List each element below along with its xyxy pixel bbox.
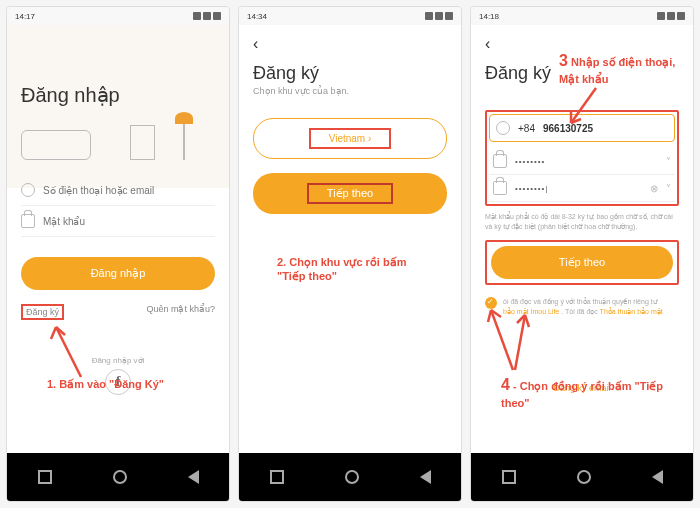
nav-bar bbox=[471, 453, 693, 501]
register-subtitle: Chọn khu vực của bạn. bbox=[253, 86, 447, 96]
lock-icon bbox=[493, 181, 507, 195]
nav-home[interactable] bbox=[345, 470, 359, 484]
agreement-link[interactable]: Thỏa thuận bảo mật bbox=[600, 308, 663, 315]
nav-bar bbox=[239, 453, 461, 501]
register-title: Đăng ký bbox=[485, 57, 551, 86]
privacy-link[interactable]: bảo mật bbox=[503, 308, 529, 315]
agree-checkbox[interactable]: ôi đã đọc và đồng ý với thỏa thuận quyền… bbox=[485, 297, 679, 318]
lock-icon bbox=[21, 214, 35, 228]
nav-back[interactable] bbox=[652, 470, 663, 484]
password-field[interactable]: •••••••• ˅ bbox=[489, 148, 675, 175]
checkbox-icon[interactable] bbox=[485, 297, 497, 309]
lock-icon bbox=[493, 154, 507, 168]
annotation-1: 1. Bấm vào "Đăng Ký" bbox=[47, 377, 164, 391]
register-title: Đăng ký bbox=[253, 57, 447, 86]
phone-field[interactable] bbox=[21, 175, 215, 206]
status-time: 14:17 bbox=[15, 12, 35, 21]
annotation-4: 4 - Chọn đồng ý rồi bấm "Tiếp theo" bbox=[501, 375, 671, 410]
nav-recent[interactable] bbox=[270, 470, 284, 484]
status-bar: 14:34 bbox=[239, 7, 461, 25]
back-icon[interactable]: ‹ bbox=[253, 25, 447, 57]
forgot-link[interactable]: Quên mật khẩu? bbox=[146, 304, 215, 320]
annotation-2: 2. Chọn khu vực rồi bấm "Tiếp theo" bbox=[277, 255, 437, 284]
eye-icon[interactable]: ˅ bbox=[666, 156, 671, 167]
clear-icon[interactable]: ⊗ bbox=[650, 183, 658, 194]
phone-field[interactable]: +84 966130725 bbox=[496, 119, 668, 137]
nav-recent[interactable] bbox=[502, 470, 516, 484]
user-icon bbox=[496, 121, 510, 135]
password-field[interactable] bbox=[21, 206, 215, 237]
nav-home[interactable] bbox=[577, 470, 591, 484]
login-button[interactable]: Đăng nhập bbox=[21, 257, 215, 290]
next-button[interactable]: Tiếp theo bbox=[491, 246, 673, 279]
nav-back[interactable] bbox=[420, 470, 431, 484]
annotation-3: 3 Nhập số điện thoại, Mật khẩu bbox=[559, 51, 689, 86]
user-icon bbox=[21, 183, 35, 197]
password-hint: Mật khẩu phải có độ dài 8-32 ký tự, bao … bbox=[485, 212, 679, 232]
decor-illustration bbox=[21, 115, 215, 165]
status-time: 14:34 bbox=[247, 12, 267, 21]
status-time: 14:18 bbox=[479, 12, 499, 21]
register-link[interactable]: Đăng ký bbox=[21, 304, 64, 320]
eye-icon[interactable]: ˅ bbox=[666, 183, 671, 194]
next-button[interactable]: Tiếp theo bbox=[253, 173, 447, 214]
confirm-password-field[interactable]: ••••••••| ⊗ ˅ bbox=[489, 175, 675, 202]
password-input[interactable] bbox=[43, 216, 215, 227]
status-bar: 14:18 bbox=[471, 7, 693, 25]
screen-region: 14:34 ‹ Đăng ký Chọn khu vực của bạn. Vi… bbox=[238, 6, 462, 502]
login-title: Đăng nhập bbox=[21, 25, 215, 115]
region-button[interactable]: Vietnam › bbox=[253, 118, 447, 159]
screen-form: 14:18 ‹ Đăng ký 3 Nhập số điện thoại, Mậ… bbox=[470, 6, 694, 502]
nav-back[interactable] bbox=[188, 470, 199, 484]
nav-bar bbox=[7, 453, 229, 501]
screen-login: 14:17 Đăng nhập Đăng nhập Đăng ký Quên m… bbox=[6, 6, 230, 502]
nav-home[interactable] bbox=[113, 470, 127, 484]
nav-recent[interactable] bbox=[38, 470, 52, 484]
phone-input[interactable] bbox=[43, 185, 215, 196]
status-bar: 14:17 bbox=[7, 7, 229, 25]
